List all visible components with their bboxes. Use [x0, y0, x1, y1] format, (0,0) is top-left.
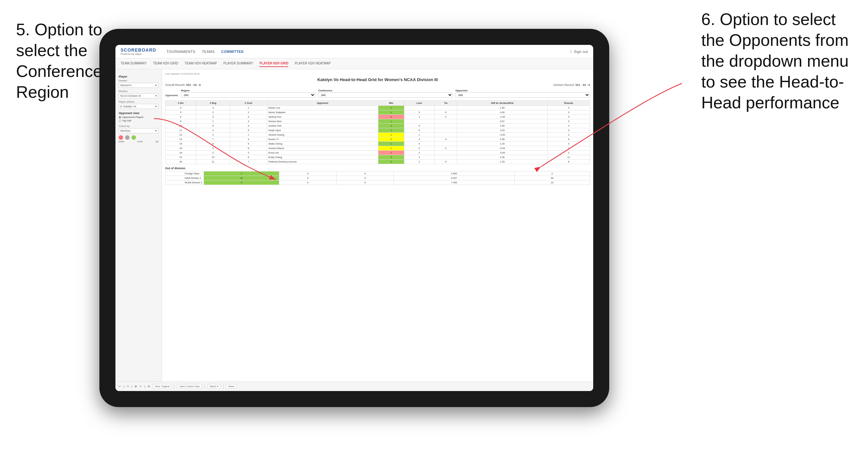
division-select[interactable]: NCAA Division III ▾ [119, 93, 158, 98]
radio-top100[interactable]: Top 100 [119, 119, 158, 122]
cell-win: 2 [378, 137, 404, 142]
h2h-table: # Div # Reg # Conf Opponent Win Loss Tie… [165, 100, 590, 164]
opponent-filter-select[interactable]: (All) [455, 92, 590, 98]
toolbar-redo[interactable]: ↪ [127, 385, 129, 388]
region-filter-select[interactable]: (All) [181, 92, 315, 98]
sign-out-button[interactable]: Sign out [574, 49, 588, 55]
watch-btn[interactable]: Watch ▾ [208, 384, 221, 389]
cell-div: 6 [165, 115, 196, 119]
toolbar-grid[interactable]: ⊞ [135, 385, 137, 388]
toolbar-undo[interactable]: ↩ [119, 385, 121, 388]
cell-conf: 4 [230, 119, 267, 124]
cell-win: 1 [378, 119, 404, 124]
tab-team-h2h-grid[interactable]: TEAM H2H GRID [153, 60, 178, 67]
cell-reg: 1 [196, 119, 230, 124]
cell-div: 13 [165, 133, 196, 137]
cell-rounds: 3 [547, 119, 590, 124]
tab-team-h2h-heatmap[interactable]: TEAM H2H HEATMAP [185, 60, 217, 67]
nav-teams[interactable]: TEAMS [202, 49, 215, 55]
cell-conf: 7 [230, 160, 267, 164]
save-custom-btn[interactable]: Save Custom View [177, 384, 202, 389]
toolbar-separator2: | [131, 385, 132, 388]
table-row: 5 2 2 Alexis Sudjianto 1 0 0 4.00 3 [165, 110, 590, 115]
col-loss: Loss [404, 101, 434, 106]
toolbar-cut[interactable]: ✂ [140, 385, 142, 388]
cell-loss: 0 [404, 142, 434, 146]
content-panel: Last Updated: 27/03/2024 08:34 Katelyn V… [162, 69, 593, 391]
sidebar: Player Gender Women's ▾ Division NCAA Di… [116, 69, 162, 391]
cell-tie [434, 106, 457, 110]
cell-loss: 1 [404, 155, 434, 160]
share-btn[interactable]: Share [226, 384, 237, 389]
cell-rounds: 3 [547, 115, 590, 119]
table-row: 14 7 4 Eunice Yi 2 2 0 0.38 9 [165, 137, 590, 142]
colour-by-select[interactable]: Win/loss ▾ [119, 128, 158, 133]
ood-cell-win: 15 [204, 176, 279, 181]
overall-record-label: Overall Record: 353 - 34 - 6 [165, 83, 201, 87]
nav-tournaments[interactable]: TOURNAMENTS [166, 49, 195, 55]
cell-conf: 4 [230, 137, 267, 142]
tab-player-summary[interactable]: PLAYER SUMMARY [223, 60, 253, 67]
cell-rounds: 4 [547, 106, 590, 110]
cell-rounds: 2 [547, 133, 590, 137]
cell-conf: 3 [230, 115, 267, 119]
cell-win: 2 [378, 160, 404, 164]
radio-dot-opponents [119, 116, 121, 119]
grid-title: Katelyn Vo Head-to-Head Grid for Women's… [165, 77, 590, 82]
col-div: # Div [165, 101, 196, 106]
tab-player-h2h-grid[interactable]: PLAYER H2H GRID [259, 60, 288, 67]
cell-rounds: 11 [547, 155, 590, 160]
ood-cell-tie: 0 [336, 181, 394, 185]
cell-diff: 0.30 [457, 155, 548, 160]
tab-player-h2h-heatmap[interactable]: PLAYER H2H HEATMAP [295, 60, 331, 67]
sub-nav: TEAM SUMMARY TEAM H2H GRID TEAM H2H HEAT… [116, 58, 593, 69]
cell-diff: 1.33 [457, 160, 548, 164]
view-original-btn[interactable]: View: Original [152, 384, 172, 389]
cell-div: 15 [165, 142, 196, 146]
conference-filter-select[interactable]: (All) [318, 92, 453, 98]
cell-reg: 3 [196, 106, 230, 110]
ood-cell-loss: 0 [279, 172, 337, 176]
col-win: Win [378, 101, 404, 106]
toolbar-separator3: | [144, 385, 145, 388]
cell-loss: 0 [404, 128, 434, 133]
ood-cell-rounds: 10 [514, 181, 590, 185]
cell-reg: 6 [196, 124, 230, 128]
division-record-label: Division Record: 331 - 34 - 6 [553, 83, 590, 87]
cell-conf: 1 [230, 133, 267, 137]
cell-reg: 7 [196, 137, 230, 142]
tablet-device: SCOREBOARD Powered by clippd TOURNAMENTS… [99, 29, 609, 407]
gender-select[interactable]: Women's ▾ [119, 83, 158, 88]
cell-div: 10 [165, 124, 196, 128]
table-row: 20 11 7 Federica Domecq Lacroze 2 1 0 1.… [165, 160, 590, 164]
cell-win: 4 [378, 155, 404, 160]
cell-div: 9 [165, 119, 196, 124]
legend-up-dot [131, 135, 136, 140]
cell-loss: 2 [404, 137, 434, 142]
radio-opponents-played[interactable]: Opponents Played [119, 116, 158, 119]
cell-opponent: Alexis Sudjianto [267, 110, 378, 115]
player-section-title: Player [119, 75, 158, 78]
cell-opponent: Stella Cheng [267, 142, 378, 146]
cell-tie [434, 142, 457, 146]
col-rounds: Rounds [547, 101, 590, 106]
player-rank-select[interactable]: 8. Katelyn Vo ▾ [119, 104, 158, 109]
col-conf: # Conf [230, 101, 267, 106]
ood-cell-diff: 9.267 [394, 176, 515, 181]
records-row: Overall Record: 353 - 34 - 6 Division Re… [165, 83, 590, 87]
scoreboard-logo: SCOREBOARD Powered by clippd [121, 48, 156, 56]
nav-committee[interactable]: COMMITTEE [221, 49, 244, 55]
cell-opponent: Sydney Kuo [267, 115, 378, 119]
cell-reg: 2 [196, 151, 230, 155]
cell-conf: 1 [230, 106, 267, 110]
cell-rounds: 9 [547, 137, 590, 142]
cell-diff: -5.00 [457, 151, 548, 155]
gender-label: Gender [119, 79, 158, 82]
toolbar-clock[interactable]: ◔ [148, 385, 150, 388]
cell-diff: -3.00 [457, 133, 548, 137]
filter-section: Opponents: Region (All) Conference (All) [165, 89, 590, 98]
tab-team-summary[interactable]: TEAM SUMMARY [121, 60, 147, 67]
cell-opponent: Federica Domecq Lacroze [267, 160, 378, 164]
bottom-toolbar: ↩ | ↪ | ⊞ ✂ | ◔ View: Original Save Cust… [116, 381, 593, 391]
cell-diff: -0.94 [457, 146, 548, 151]
